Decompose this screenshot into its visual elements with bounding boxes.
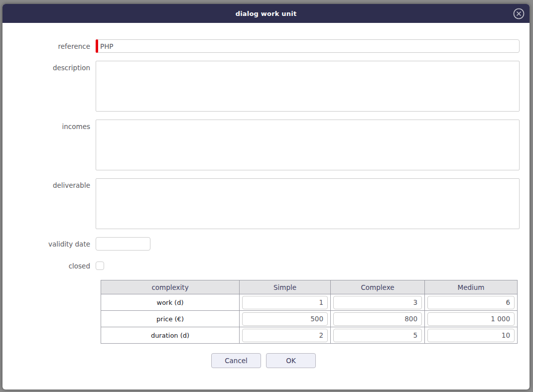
reference-input-wrap (96, 39, 520, 53)
duration-medium-input[interactable] (427, 329, 515, 342)
price-simple-cell (240, 311, 331, 327)
work-unit-dialog: dialog work unit reference description i… (2, 4, 530, 390)
price-complexe-cell (331, 311, 425, 327)
duration-complexe-cell (331, 327, 425, 344)
incomes-label: incomes (2, 120, 96, 170)
work-medium-cell (425, 294, 518, 311)
work-medium-input[interactable] (427, 296, 515, 309)
column-header-complexity: complexity (101, 280, 240, 294)
validity-date-label: validity date (2, 240, 96, 248)
table-row-duration: duration (d) (101, 327, 518, 344)
table-header-row: complexity Simple Complexe Medium (101, 280, 518, 294)
work-simple-cell (240, 294, 331, 311)
row-label-work: work (d) (101, 294, 240, 311)
form-row-validity-date: validity date (2, 237, 525, 251)
closed-checkbox[interactable] (96, 261, 104, 270)
work-complexe-input[interactable] (333, 296, 422, 309)
ok-button[interactable]: OK (266, 353, 316, 368)
price-simple-input[interactable] (242, 312, 328, 326)
close-icon[interactable] (513, 8, 525, 19)
form-row-closed: closed (2, 261, 525, 270)
price-medium-cell (425, 311, 518, 327)
duration-complexe-input[interactable] (333, 329, 422, 342)
work-complexe-cell (331, 294, 425, 311)
incomes-textarea[interactable] (96, 120, 520, 170)
form-row-incomes: incomes (2, 120, 525, 170)
complexity-table: complexity Simple Complexe Medium work (… (101, 280, 518, 344)
form-row-deliverable: deliverable (2, 178, 525, 229)
table-row-price: price (€) (101, 311, 518, 327)
reference-label: reference (2, 42, 96, 50)
work-simple-input[interactable] (242, 296, 328, 309)
column-header-medium: Medium (425, 280, 518, 294)
closed-label: closed (2, 262, 96, 270)
dialog-title: dialog work unit (236, 10, 297, 17)
column-header-simple: Simple (240, 280, 331, 294)
duration-simple-cell (240, 327, 331, 344)
validity-date-input[interactable] (96, 237, 150, 251)
reference-input[interactable] (96, 39, 520, 53)
table-row-work: work (d) (101, 294, 518, 311)
column-header-complexe: Complexe (331, 280, 425, 294)
price-medium-input[interactable] (427, 312, 515, 326)
dialog-titlebar: dialog work unit (2, 4, 530, 23)
form-row-description: description (2, 61, 525, 112)
dialog-body: reference description incomes deliverabl… (2, 23, 530, 390)
duration-simple-input[interactable] (242, 329, 328, 342)
duration-medium-cell (425, 327, 518, 344)
deliverable-label: deliverable (2, 178, 96, 229)
description-label: description (2, 61, 96, 112)
price-complexe-input[interactable] (333, 312, 422, 326)
required-indicator (96, 39, 98, 53)
cancel-button[interactable]: Cancel (211, 353, 261, 368)
form-row-reference: reference (2, 39, 525, 53)
deliverable-textarea[interactable] (96, 178, 520, 229)
description-textarea[interactable] (96, 61, 520, 112)
row-label-duration: duration (d) (101, 327, 240, 344)
dialog-button-row: Cancel OK (2, 353, 525, 368)
row-label-price: price (€) (101, 311, 240, 327)
